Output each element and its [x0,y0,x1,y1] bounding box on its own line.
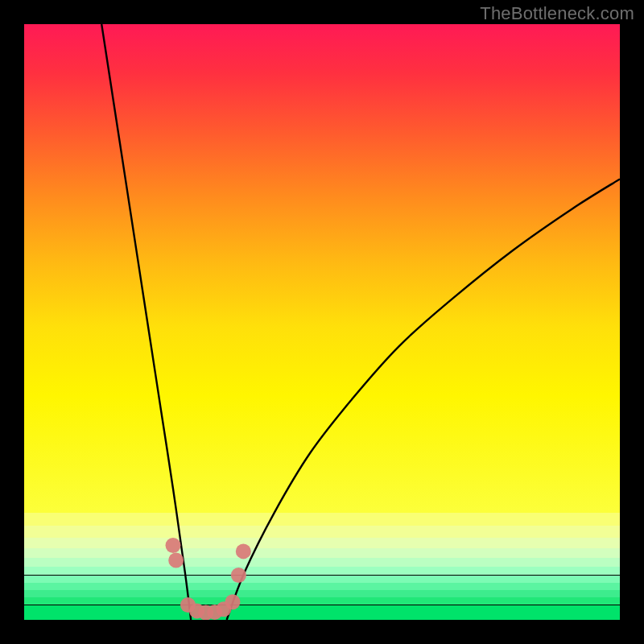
chart-frame: TheBottleneck.com [0,0,644,644]
valley-marker-dot [166,538,181,553]
curve-layer [24,24,620,620]
valley-marker-dot [225,594,241,609]
valley-marker-dot [231,568,246,583]
curve-right-branch [227,179,620,620]
valley-marker-dot [168,553,184,568]
watermark-text: TheBottleneck.com [480,3,634,24]
valley-markers [166,538,251,620]
curve-left-branch [101,24,191,620]
plot-area [24,24,620,620]
valley-marker-dot [236,543,251,559]
